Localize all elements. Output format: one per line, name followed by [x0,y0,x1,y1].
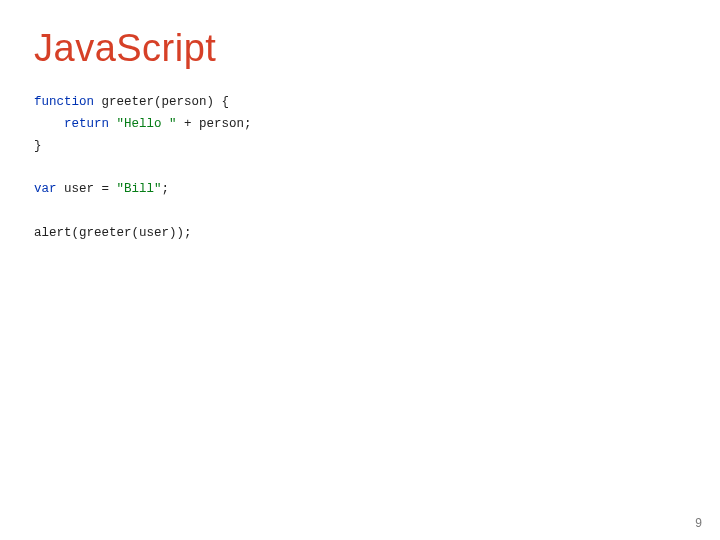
code-indent [34,117,64,131]
code-text: } [34,139,42,153]
string-bill: "Bill" [117,182,162,196]
code-text: alert(greeter(user)); [34,226,192,240]
code-space [109,117,117,131]
code-text: user = [57,182,117,196]
slide: JavaScript function greeter(person) { re… [0,0,720,540]
keyword-var: var [34,182,57,196]
code-text: ; [162,182,170,196]
code-text: + person; [177,117,252,131]
page-number: 9 [695,516,702,530]
slide-title: JavaScript [34,28,686,70]
string-hello: "Hello " [117,117,177,131]
keyword-function: function [34,95,94,109]
code-text: greeter(person) { [94,95,229,109]
keyword-return: return [64,117,109,131]
code-block: function greeter(person) { return "Hello… [34,92,686,245]
